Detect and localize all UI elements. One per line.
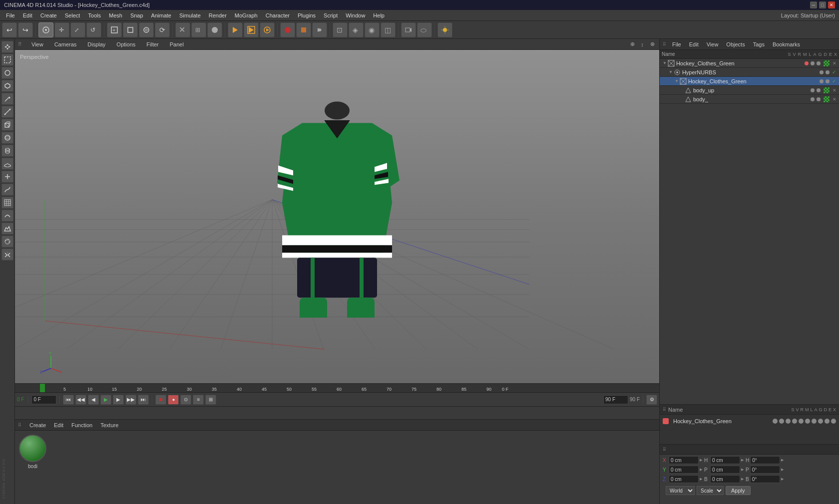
tool-cylinder[interactable] (1, 145, 13, 157)
coord-z-arrow[interactable]: ▶ (700, 477, 702, 481)
viewport-menu-options[interactable]: Options (113, 40, 138, 48)
obj-x-b[interactable]: ✕ (833, 97, 837, 102)
coord-z-input[interactable] (669, 475, 699, 483)
coord-world-select[interactable]: World Object Parent (666, 486, 695, 495)
coord-scale-select[interactable]: Scale (697, 486, 724, 495)
mat-menu-texture[interactable]: Texture (98, 421, 120, 429)
coord-bs-input[interactable] (750, 475, 780, 483)
close-button[interactable]: ✕ (828, 1, 835, 8)
timeline-end-frame-input[interactable] (603, 395, 628, 404)
mat-menu-function[interactable]: Function (69, 421, 94, 429)
timeline-next-frame-btn[interactable]: ▶ (113, 395, 124, 405)
timeline-auto-key-btn[interactable]: ● (168, 395, 179, 405)
render-region-button[interactable] (244, 22, 259, 37)
coord-hs-input[interactable] (750, 456, 780, 464)
tool-null[interactable] (1, 171, 13, 183)
solid-button[interactable] (207, 22, 222, 37)
menu-file[interactable]: File (2, 11, 19, 19)
timeline-play-btn[interactable]: ▶ (100, 395, 111, 405)
viewport-menu-panel[interactable]: Panel (167, 40, 187, 48)
material-item-bodi[interactable]: bodi (19, 435, 46, 500)
render-active-button[interactable] (260, 22, 275, 37)
viewport[interactable]: Perspective (15, 50, 659, 383)
tool-poly[interactable] (1, 80, 13, 92)
tool-move[interactable] (1, 41, 13, 53)
coord-hs-arrow[interactable]: ▶ (781, 458, 784, 462)
timeline-last-frame-btn[interactable]: ⏭ (138, 395, 149, 405)
material-swatch-bodi[interactable] (19, 435, 46, 462)
tool-pen[interactable] (1, 93, 13, 105)
select-tool-button[interactable] (38, 22, 53, 37)
coord-ps-arrow[interactable]: ▶ (781, 468, 784, 472)
timeline-record-btn[interactable]: ⏺ (155, 395, 166, 405)
window-controls[interactable]: ─ □ ✕ (810, 1, 835, 8)
mat-menu-edit[interactable]: Edit (52, 421, 65, 429)
tool-deform[interactable] (1, 210, 13, 222)
obj-menu-file[interactable]: File (670, 40, 683, 48)
menu-create[interactable]: Create (36, 11, 61, 19)
menu-edit[interactable]: Edit (19, 11, 36, 19)
coord-y-arrow[interactable]: ▶ (700, 468, 702, 472)
obj-menu-objects[interactable]: Objects (724, 40, 747, 48)
obj-menu-tags[interactable]: Tags (751, 40, 767, 48)
menu-mograph[interactable]: MoGraph (231, 11, 262, 19)
obj-row-body[interactable]: ▶ body_ ✕ (660, 95, 839, 104)
snap3-button[interactable]: ◉ (365, 22, 380, 37)
xray-button[interactable]: ✕ (175, 22, 190, 37)
move-tool-button[interactable]: ✛ (54, 22, 69, 37)
redo-button[interactable]: ↪ (18, 22, 33, 37)
ring-button[interactable] (139, 22, 154, 37)
coord-y-input[interactable] (669, 466, 699, 474)
menu-help[interactable]: Help (369, 11, 389, 19)
obj-row-hockey-clothes[interactable]: ▼ Hockey_Clothes_Green ✕ (660, 59, 839, 68)
tool-line[interactable] (1, 106, 13, 118)
ra-object-row[interactable]: Hockey_Clothes_Green (663, 417, 836, 426)
coord-x-input[interactable] (669, 456, 699, 464)
obj-row-hypernurbs[interactable]: ▼ HyperNURBS ✓ (660, 68, 839, 77)
tool-select-box[interactable] (1, 54, 13, 66)
viewport-menu-display[interactable]: Display (84, 40, 108, 48)
menu-select[interactable]: Select (61, 11, 84, 19)
obj-menu-edit[interactable]: Edit (687, 40, 701, 48)
timeline-next-key-btn[interactable]: ▶▶ (125, 395, 136, 405)
cam1-button[interactable] (401, 22, 416, 37)
minimize-button[interactable]: ─ (810, 1, 817, 8)
coord-h-arrow[interactable]: ▶ (741, 458, 744, 462)
coord-apply-button[interactable]: Apply (726, 486, 751, 495)
rotate-tool-button[interactable]: ↺ (86, 22, 101, 37)
viewport-settings-icon[interactable]: ⊗ (648, 40, 656, 48)
coord-b-input[interactable] (710, 475, 740, 483)
menu-script[interactable]: Script (320, 11, 342, 19)
tool-spline[interactable] (1, 184, 13, 196)
obj-row-body-up[interactable]: ▶ body_up ✕ (660, 86, 839, 95)
viewport-lock-icon[interactable]: ↕ (638, 40, 646, 48)
scale-tool-button[interactable]: ⤢ (70, 22, 85, 37)
cam2-button[interactable]: ⬭ (417, 22, 432, 37)
tool-cube[interactable] (1, 119, 13, 131)
timeline-settings-btn[interactable]: ⚙ (646, 395, 657, 405)
anim-key-button[interactable] (296, 22, 311, 37)
menu-mesh[interactable]: Mesh (105, 11, 126, 19)
wire-button[interactable]: ⊞ (191, 22, 206, 37)
obj-row-hockey-child[interactable]: ▼ Hockey_Clothes_Green ✓ (660, 77, 839, 86)
tool-plane[interactable] (1, 158, 13, 170)
coord-p-arrow[interactable]: ▶ (741, 468, 744, 472)
tool-paint[interactable] (1, 236, 13, 248)
tool-sym[interactable] (1, 249, 13, 260)
coord-h-input[interactable] (710, 456, 740, 464)
maximize-button[interactable]: □ (819, 1, 826, 8)
menu-plugins[interactable]: Plugins (294, 11, 320, 19)
snap4-button[interactable]: ◫ (381, 22, 396, 37)
menu-animate[interactable]: Animate (147, 11, 175, 19)
menu-window[interactable]: Window (342, 11, 369, 19)
menu-render[interactable]: Render (205, 11, 231, 19)
viewport-expand-icon[interactable]: ⊕ (628, 40, 636, 48)
obj-menu-bookmarks[interactable]: Bookmarks (771, 40, 802, 48)
mat-menu-create[interactable]: Create (27, 421, 48, 429)
anim-rec-button[interactable] (280, 22, 295, 37)
menu-character[interactable]: Character (262, 11, 294, 19)
obj-menu-view[interactable]: View (705, 40, 721, 48)
cube-button[interactable] (123, 22, 138, 37)
new-object-button[interactable]: + (107, 22, 122, 37)
coord-x-arrow[interactable]: ▶ (700, 458, 702, 462)
